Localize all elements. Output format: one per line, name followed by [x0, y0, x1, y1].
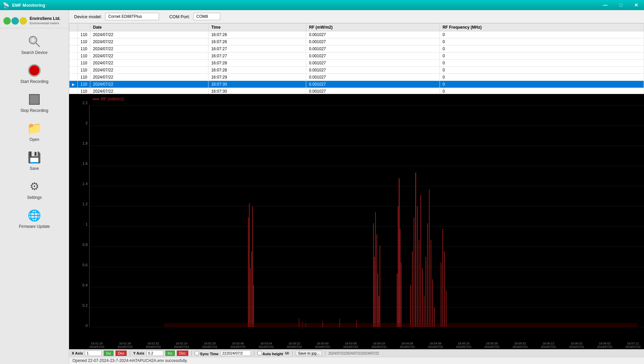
row-rf: 0.001027: [306, 74, 440, 81]
row-rf: 0.001027: [306, 67, 440, 74]
row-date: 2024/07/22: [90, 88, 208, 94]
x-axis-labels: 16:01:162024/07/2216:01:342024/07/2216:0…: [89, 342, 644, 348]
save-icon: 💾: [27, 150, 42, 165]
row-rf: 0.001027: [306, 53, 440, 60]
sidebar-item-save[interactable]: 💾 Save: [0, 146, 69, 175]
table-container[interactable]: Max: 178.6 Date Time RF (mW/m2) RF Frequ…: [69, 23, 644, 94]
table-row[interactable]: 1102024/07/2216:07:290.0010270: [69, 74, 644, 81]
row-rf: 0.001027: [306, 38, 440, 46]
x-label: 16:05:522024/07/22: [513, 342, 528, 348]
data-area: Max: 178.6 Date Time RF (mW/m2) RF Frequ…: [69, 23, 644, 357]
minimize-button[interactable]: —: [598, 0, 613, 10]
x-label: 16:04:192024/07/22: [372, 342, 387, 348]
row-arrow: [69, 53, 78, 60]
x-dec-button[interactable]: Dec: [116, 351, 127, 356]
table-row[interactable]: 1102024/07/2216:07:260.0010270: [69, 38, 644, 46]
svg-rect-55: [164, 323, 637, 327]
row-rf: 0.001027: [306, 60, 440, 67]
firmware-icon: 🌐: [27, 208, 42, 223]
x-label: 16:01:522024/07/22: [146, 342, 161, 348]
col-num: [78, 24, 90, 31]
row-num: 110: [78, 81, 90, 88]
device-model-input[interactable]: [105, 13, 159, 20]
row-arrow: [69, 88, 78, 94]
com-port-input[interactable]: [193, 13, 220, 20]
row-time: 16:07:26: [208, 38, 306, 46]
x-axis-input[interactable]: [85, 351, 102, 356]
row-date: 2024/07/22: [90, 74, 208, 81]
col-time: Time: [208, 24, 306, 31]
logo-circle-green: [3, 17, 11, 25]
row-time: 16:07:30: [208, 88, 306, 94]
app-title: EMF Monitoring: [12, 3, 641, 8]
sidebar-item-open[interactable]: 📁 Open: [0, 117, 69, 146]
row-time: 16:07:26: [208, 31, 306, 38]
sync-time-checkbox[interactable]: [195, 351, 199, 355]
sync-time-label: Sync Time: [200, 352, 219, 356]
x-inc-button[interactable]: Inc: [104, 351, 114, 356]
sidebar: EnviroSens Ltd. Environmental meters Sea…: [0, 10, 69, 364]
x-label: 16:04:382024/07/22: [400, 342, 415, 348]
chart-container[interactable]: RF (mW/m2) 2.2 2 1.8 1.6 1.4 1.2 1 0.8 0…: [69, 94, 644, 341]
y-axis-label: Y Axis: [133, 351, 144, 355]
separator-3: [254, 351, 254, 356]
y-dec-button[interactable]: Dec: [177, 351, 188, 356]
separator-2: [191, 351, 192, 356]
row-freq: 0: [440, 31, 644, 38]
col-rf: RF (mW/m2): [306, 24, 440, 31]
firmware-update-label: Firmware Update: [19, 224, 50, 229]
auto-height-checkbox[interactable]: [257, 351, 262, 355]
chart-toolbar: X Axis Inc Dec Y Axis Inc Dec Sync Time: [69, 349, 644, 357]
row-arrow: [69, 60, 78, 67]
chart-legend: RF (mW/m2): [93, 97, 124, 101]
x-label: 16:03:582024/07/22: [343, 342, 358, 348]
x-label: 16:05:152024/07/22: [456, 342, 471, 348]
row-arrow: [69, 31, 78, 38]
sidebar-item-stop-recording[interactable]: Stop Recording: [0, 88, 69, 117]
table-row[interactable]: 1102024/07/2216:07:280.0010270: [69, 67, 644, 74]
row-num: 110: [78, 67, 90, 74]
sidebar-item-start-recording[interactable]: Start Recording: [0, 59, 69, 88]
table-row[interactable]: 1102024/07/2216:07:260.0010270: [69, 31, 644, 38]
table-header-row: Date Time RF (mW/m2) RF Frequency (MHz): [69, 24, 644, 31]
table-row[interactable]: ▶1102024/07/2216:07:300.0010270: [69, 81, 644, 88]
row-rf: 0.001027: [306, 46, 440, 53]
x-label: 16:03:222024/07/22: [287, 342, 302, 348]
logo-circles: [3, 17, 27, 25]
open-icon: 📁: [27, 121, 42, 136]
row-freq: 0: [440, 60, 644, 67]
table-row[interactable]: 1102024/07/2216:07:280.0010270: [69, 60, 644, 67]
close-button[interactable]: ✕: [629, 0, 644, 10]
save-jpg-button[interactable]: Save to jpg...: [296, 351, 322, 356]
sync-time-input[interactable]: [221, 351, 251, 356]
sidebar-item-settings[interactable]: ⚙ Settings: [0, 175, 69, 204]
y-axis-input[interactable]: [147, 351, 163, 356]
row-time: 16:07:30: [208, 81, 306, 88]
table-row[interactable]: 1102024/07/2216:07:270.0010270: [69, 53, 644, 60]
x-label: 16:06:522024/07/22: [597, 342, 612, 348]
y-inc-button[interactable]: Inc: [165, 351, 175, 356]
row-time: 16:07:28: [208, 67, 306, 74]
table-row[interactable]: 1102024/07/2216:07:270.0010270: [69, 46, 644, 53]
save-label: Save: [30, 166, 39, 171]
x-axis-label: X Axis: [72, 351, 83, 355]
content-area: Device model: COM Port: Max: 178.6: [69, 10, 644, 364]
row-rf: 0.001027: [306, 88, 440, 94]
maximize-button[interactable]: □: [613, 0, 629, 10]
row-date: 2024/07/22: [90, 38, 208, 46]
logo-area: EnviroSens Ltd. Environmental meters: [0, 13, 69, 28]
sidebar-item-firmware-update[interactable]: 🌐 Firmware Update: [0, 204, 69, 233]
row-freq: 0: [440, 88, 644, 94]
company-subtitle: Environmental meters: [30, 22, 60, 26]
row-num: 110: [78, 60, 90, 67]
x-label: 16:01:342024/07/22: [118, 342, 133, 348]
sidebar-item-search-device[interactable]: Search Device: [0, 30, 69, 59]
row-num: 110: [78, 53, 90, 60]
x-label: 16:06:322024/07/22: [569, 342, 584, 348]
x-label: 16:02:102024/07/22: [174, 342, 189, 348]
open-label: Open: [29, 137, 39, 142]
row-num: 110: [78, 88, 90, 94]
table-row[interactable]: 1102024/07/2216:07:300.0010270: [69, 88, 644, 94]
row-rf: 0.001027: [306, 81, 440, 88]
logo-circle-teal: [11, 17, 19, 25]
